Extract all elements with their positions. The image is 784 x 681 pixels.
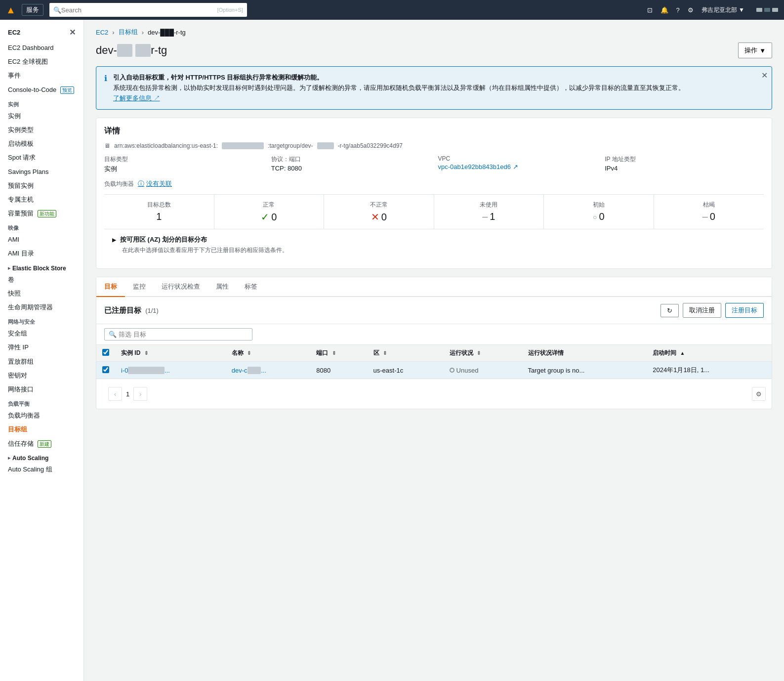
vpc-link[interactable]: vpc-0ab1e92bb843b1ed6 ↗ [438, 163, 518, 170]
th-status[interactable]: 运行状况 ⇕ [444, 345, 522, 362]
table-actions: ↻ 取消注册 注册目标 [660, 303, 764, 318]
row-status: Unused [444, 362, 522, 379]
sidebar-item-autoscaling-groups[interactable]: Auto Scaling 组 [0, 463, 83, 476]
table-header-row: 实例 ID ⇕ 名称 ⇕ 端口 ⇕ 区 ⇕ [96, 345, 772, 362]
sidebar-item-global-view[interactable]: EC2 全球视图 [0, 55, 83, 69]
sidebar-item-savings-plans[interactable]: Savings Plans [0, 165, 83, 179]
search-input[interactable] [61, 6, 215, 14]
search-input-wrapper: 🔍 [104, 328, 252, 340]
alert-body: 系统现在包括异常检测，以协助实时发现目标何时遇到处理问题。为了缓解检测的异常，请… [113, 83, 764, 93]
sidebar-item-ami[interactable]: AMI [0, 233, 83, 247]
instance-name-link[interactable]: dev-c███... [232, 367, 266, 374]
row-az: us-east-1c [368, 362, 444, 379]
region-selector[interactable]: 弗吉尼亚北部 ▼ [701, 6, 744, 14]
pagination-next-button[interactable]: › [133, 387, 147, 401]
alert-link[interactable]: 了解更多信息 ↗ [113, 94, 160, 102]
bell-icon[interactable]: 🔔 [660, 6, 668, 14]
stat-unhealthy: 不正常 ✕ 0 [324, 195, 434, 229]
table-row: i-0████████... dev-c███... 8080 us-east-… [96, 362, 772, 379]
sidebar-item-capacity-reservation[interactable]: 容量预留 新功能 [0, 207, 83, 220]
sidebar-item-reserved[interactable]: 预留实例 [0, 179, 83, 193]
tabs: 目标 监控 运行状况检查 属性 标签 [96, 277, 772, 297]
stat-initial-label: 初始 [552, 201, 646, 209]
stat-initial: 初始 ○ 0 [544, 195, 654, 229]
breadcrumb-ec2[interactable]: EC2 [96, 29, 108, 36]
sidebar-item-spot[interactable]: Spot 请求 [0, 151, 83, 165]
sidebar-item-instance-types[interactable]: 实例类型 [0, 123, 83, 137]
tab-tags[interactable]: 标签 [237, 277, 265, 297]
sidebar-item-events[interactable]: 事件 [0, 69, 83, 83]
detail-vpc-label: VPC [438, 155, 597, 162]
tab-targets[interactable]: 目标 [96, 277, 125, 297]
sidebar-section-autoscaling[interactable]: Auto Scaling [0, 451, 83, 463]
table-search-icon: 🔍 [109, 331, 117, 338]
th-name[interactable]: 名称 ⇕ [226, 345, 311, 362]
register-button[interactable]: 注册目标 [725, 303, 764, 318]
lb-no-assoc: 没有关联 [146, 179, 172, 188]
name-redact: ███ [248, 367, 261, 374]
alert-close-button[interactable]: ✕ [761, 71, 768, 80]
sidebar-item-instances[interactable]: 实例 [0, 109, 83, 123]
tabs-container: 目标 监控 运行状况检查 属性 标签 [96, 277, 772, 297]
table-header: 已注册目标 (1/1) ↻ 取消注册 注册目标 [96, 297, 772, 324]
tab-attributes[interactable]: 属性 [208, 277, 237, 297]
th-launch-time[interactable]: 启动时间 ▲ [647, 345, 772, 362]
deregister-button[interactable]: 取消注册 [683, 303, 721, 318]
sidebar-item-load-balancers[interactable]: 负载均衡器 [0, 409, 83, 423]
stat-healthy-value: ✓ 0 [222, 211, 316, 223]
sidebar-item-target-groups[interactable]: 目标组 [0, 423, 83, 436]
pagination-settings-button[interactable]: ⚙ [752, 387, 766, 401]
sidebar-section-ebs[interactable]: Elastic Block Store [0, 261, 83, 273]
stat-ok-icon: ✓ [261, 211, 269, 223]
stat-initial-icon: ○ [593, 213, 597, 221]
table-search-input[interactable] [119, 331, 248, 338]
sidebar-section-lb: 负载平衡 [0, 396, 83, 409]
row-name: dev-c███... [226, 362, 311, 379]
breadcrumb-sep-2: › [142, 29, 144, 36]
sidebar-item-snapshots[interactable]: 快照 [0, 287, 83, 300]
sidebar-item-security-groups[interactable]: 安全组 [0, 327, 83, 340]
sidebar-item-elastic-ip[interactable]: 弹性 IP [0, 340, 83, 354]
th-az[interactable]: 区 ⇕ [368, 345, 444, 362]
action-button[interactable]: 操作 ▼ [738, 43, 772, 58]
refresh-button[interactable]: ↻ [660, 304, 679, 317]
help-icon[interactable]: ? [676, 6, 680, 14]
sidebar-item-volumes[interactable]: 卷 [0, 273, 83, 287]
sidebar-item-ami-catalog[interactable]: AMI 目录 [0, 247, 83, 260]
breadcrumb-target-groups[interactable]: 目标组 [119, 28, 138, 37]
sidebar-item-placement-groups[interactable]: 置放群组 [0, 355, 83, 369]
sidebar-item-key-pairs[interactable]: 密钥对 [0, 369, 83, 383]
stat-initial-value: ○ 0 [552, 211, 646, 222]
title-redact-2: ██ [135, 44, 151, 57]
monitor-icon[interactable]: ⊡ [647, 6, 653, 14]
detail-card: 详情 🖥 arn:aws:elasticloadbalancing:us-eas… [96, 118, 772, 269]
sidebar-item-dedicated-hosts[interactable]: 专属主机 [0, 193, 83, 207]
service-menu[interactable]: 服务 [22, 4, 43, 16]
tab-health-checks[interactable]: 运行状况检查 [154, 277, 208, 297]
th-instance-id[interactable]: 实例 ID ⇕ [115, 345, 226, 362]
sidebar-close-button[interactable]: ✕ [69, 28, 76, 37]
row-checkbox[interactable] [102, 366, 109, 373]
tab-monitoring[interactable]: 监控 [125, 277, 154, 297]
alert-content: 引入自动目标权重，针对 HTTP/HTTPS 目标组执行异常检测和缓解功能。 系… [113, 73, 764, 103]
sidebar-item-launch-templates[interactable]: 启动模板 [0, 137, 83, 151]
az-desc: 在此表中选择值以查看应用于下方已注册目标的相应筛选条件。 [122, 246, 756, 255]
sort-launch-time-icon: ▲ [680, 350, 685, 356]
th-port[interactable]: 端口 ⇕ [310, 345, 367, 362]
sidebar-item-trust-stores[interactable]: 信任存储 新建 [0, 437, 83, 451]
alert-banner: ℹ 引入自动目标权重，针对 HTTP/HTTPS 目标组执行异常检测和缓解功能。… [96, 66, 772, 110]
settings-icon[interactable]: ⚙ [688, 6, 694, 14]
sidebar: EC2 ✕ EC2 Dashboard EC2 全球视图 事件 Console-… [0, 20, 84, 681]
arn-icon: 🖥 [104, 142, 110, 149]
sidebar-item-lifecycle-manager[interactable]: 生命周期管理器 [0, 300, 83, 314]
az-toggle[interactable]: 按可用区 (AZ) 划分的目标分布 [112, 235, 756, 244]
targets-table: 实例 ID ⇕ 名称 ⇕ 端口 ⇕ 区 ⇕ [96, 345, 772, 379]
select-all-checkbox[interactable] [102, 349, 109, 356]
sidebar-item-network-interfaces[interactable]: 网络接口 [0, 383, 83, 396]
lb-value[interactable]: ⓘ 没有关联 [138, 179, 172, 188]
page-title: dev-██ ██r-tg [96, 44, 167, 57]
sidebar-item-ec2-dashboard[interactable]: EC2 Dashboard [0, 41, 83, 55]
pagination-prev-button[interactable]: ‹ [108, 387, 122, 401]
sidebar-item-console-to-code[interactable]: Console-to-Code 预览 [0, 83, 83, 97]
instance-id-link[interactable]: i-0████████... [121, 367, 170, 374]
